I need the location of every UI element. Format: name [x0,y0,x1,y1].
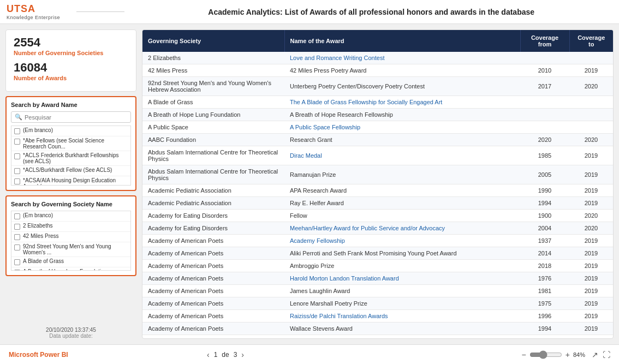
cell-to: 2019 [569,184,613,197]
society-list-item[interactable]: 2 Elizabeths [11,222,130,232]
search-society-title: Search by Governing Society Name [11,201,131,207]
cell-from: 2014 [520,247,569,260]
award-list-label: *ACLS Frederick Burkhardt Fellowships (s… [23,152,128,164]
society-list-item[interactable]: A Breath of Hope Lung Foundation [11,267,130,271]
cell-society: Academy of American Poets [142,310,284,323]
award-list-item[interactable]: *Abe Fellows (see Social Science Researc… [11,136,130,151]
table-header-row: Governing Society Name of the Award Cove… [142,30,613,52]
cell-society: Academy of American Poets [142,260,284,272]
cell-to: 2019 [569,297,613,310]
expand-icon[interactable]: ⛶ [603,350,610,359]
cell-to: 2020 [569,210,613,222]
cell-society: Abdus Salam International Centre for The… [142,146,284,165]
cell-to: 2020 [569,134,613,146]
award-checkbox[interactable] [14,153,20,159]
cell-from: 2010 [520,64,569,77]
cell-award[interactable]: Harold Morton Landon Translation Award [284,272,520,285]
cell-from: 1990 [520,184,569,197]
search-award-input-wrapper[interactable]: 🔍 [11,111,131,123]
award-checkbox[interactable] [14,139,20,145]
share-icon[interactable]: ↗ [592,350,598,359]
search-award-input[interactable] [25,114,127,121]
cell-award: Unterberg Poetry Center/Discovery Poetry… [284,77,520,96]
cell-award[interactable]: Academy Fellowship [284,235,520,247]
society-list-label: 92nd Street Young Men's and Young Women'… [23,243,128,255]
society-checkbox[interactable] [14,213,20,219]
award-list-item[interactable]: (Em branco) [11,126,130,136]
cell-from: 1981 [520,285,569,297]
powerbi-link[interactable]: Microsoft Power BI [9,351,68,359]
table-row: Academy of American PoetsAmbroggio Prize… [142,260,613,272]
society-list-item[interactable]: (Em branco) [11,211,130,222]
bottom-bar: Microsoft Power BI ‹ 1 de 3 › − + 84% ↗ … [0,344,619,364]
cell-award[interactable]: Love and Romance Writing Contest [284,52,520,64]
society-checkbox[interactable] [14,270,20,271]
society-list-item[interactable]: 92nd Street Young Men's and Young Women'… [11,242,130,257]
cell-award[interactable]: Dirac Medal [284,146,520,165]
table-wrapper[interactable]: Governing Society Name of the Award Cove… [142,30,613,338]
page-current: 1 [214,351,218,359]
cell-award: APA Research Award [284,184,520,197]
award-checkbox[interactable] [14,128,20,134]
award-list-label: (Em branco) [23,127,53,133]
award-list-item[interactable]: *ACLS Frederick Burkhardt Fellowships (s… [11,151,130,166]
zoom-slider[interactable] [529,350,562,359]
cell-to [569,121,613,134]
award-list-item[interactable]: *ACSA/AIA Housing Design Education Award… [11,176,130,186]
award-list-item[interactable]: *ACLS/Burkhardt Fellow (See ACLS) [11,166,130,176]
datetime-label: Data update date: [5,333,136,339]
award-checkbox[interactable] [14,178,20,184]
cell-society: 2 Elizabeths [142,52,284,64]
table-row: Abdus Salam International Centre for The… [142,146,613,165]
zoom-plus-button[interactable]: + [566,350,570,359]
cell-society: Academy of American Poets [142,285,284,297]
bottom-right-icons: ↗ ⛶ [592,350,610,359]
society-checkbox[interactable] [14,244,20,250]
cell-award[interactable]: The A Blade of Grass Fellowship for Soci… [284,96,520,109]
zoom-minus-button[interactable]: − [522,350,526,359]
cell-award[interactable]: Meehan/Hartley Award for Public Service … [284,222,520,235]
app-container: UTSA Knowledge Enterprise Academic Analy… [0,0,619,364]
cell-from: 1994 [520,323,569,335]
society-list-item[interactable]: A Blade of Grass [11,257,130,267]
cell-from: 1985 [520,146,569,165]
cell-society: Academy of American Poets [142,247,284,260]
table-row: Academy of American PoetsAcademy Fellows… [142,235,613,247]
search-award-box: Search by Award Name 🔍 (Em branco)*Abe F… [5,96,136,191]
table-row: Academy of American PoetsRaiziss/de Palc… [142,310,613,323]
table-row: Academic Pediatric AssociationRay E. Hel… [142,197,613,210]
cell-society: AABC Foundation [142,134,284,146]
cell-award[interactable]: Raiziss/de Palchi Translation Awards [284,310,520,323]
cell-award: Wallace Stevens Award [284,323,520,335]
zoom-value: 84% [573,351,585,358]
award-checkbox-list[interactable]: (Em branco)*Abe Fellows (see Social Scie… [11,126,131,186]
cell-to [569,96,613,109]
cell-from: 1975 [520,297,569,310]
cell-award[interactable]: A Public Space Fellowship [284,121,520,134]
society-checkbox[interactable] [14,224,20,230]
cell-society: Academic Pediatric Association [142,184,284,197]
page-total: 3 [234,351,237,359]
cell-to: 2019 [569,165,613,184]
cell-from: 1996 [520,310,569,323]
society-checkbox-list[interactable]: (Em branco)2 Elizabeths42 Miles Press92n… [11,211,131,271]
pagination: ‹ 1 de 3 › [207,350,244,359]
cell-award: Ramanujan Prize [284,165,520,184]
cell-to: 2019 [569,310,613,323]
cell-society: Academy of American Poets [142,235,284,247]
cell-award: Lenore Marshall Poetry Prize [284,297,520,310]
table-row: A Public SpaceA Public Space Fellowship [142,121,613,134]
prev-page-button[interactable]: ‹ [207,350,210,359]
cell-from: 2018 [520,260,569,272]
society-list-item[interactable]: 42 Miles Press [11,232,130,242]
award-list-label: *Abe Fellows (see Social Science Researc… [23,138,128,150]
cell-to: 2019 [569,260,613,272]
award-checkbox[interactable] [14,168,20,174]
logo-area: UTSA Knowledge Enterprise [7,3,60,20]
next-page-button[interactable]: › [241,350,244,359]
society-checkbox[interactable] [14,234,20,240]
cell-society: Abdus Salam International Centre for The… [142,165,284,184]
table-row: Academic Pediatric AssociationAPA Resear… [142,184,613,197]
cell-from: 1937 [520,235,569,247]
society-checkbox[interactable] [14,259,20,265]
